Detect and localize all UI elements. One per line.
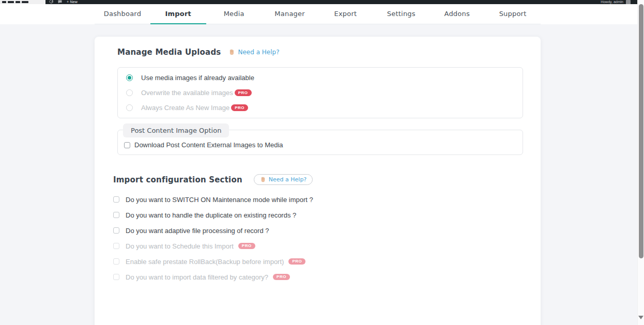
import-config-list: Do you want to SWITCH ON Maintenance mod… <box>113 192 523 285</box>
pro-badge: PRO <box>231 104 248 111</box>
radio-overwrite-the-available-images <box>126 89 133 96</box>
radio-option-use-media-images-if-already-available: Use media images if already available <box>126 70 523 85</box>
scrollbar-thumb[interactable] <box>639 4 643 258</box>
checkbox-label: Do you want to import data filtered by c… <box>126 273 268 281</box>
tab-export[interactable]: Export <box>318 4 374 24</box>
tab-manager[interactable]: Manager <box>262 4 318 24</box>
config-option-do-you-want-adaptive-file-processing-of-record: Do you want adaptive file processing of … <box>113 223 523 238</box>
config-option-do-you-want-to-handle-the-duplicate-on-existing-records: Do you want to handle the duplicate on e… <box>113 207 523 223</box>
avatar[interactable] <box>626 0 631 4</box>
radio-always-create-as-new-image <box>126 104 133 111</box>
pro-badge: PRO <box>273 274 290 281</box>
hand-icon <box>228 49 235 56</box>
tab-support[interactable]: Support <box>485 4 541 24</box>
updates-icon[interactable] <box>49 0 53 4</box>
media-section-header: Manage Media Uploads Need a Help? <box>117 48 523 57</box>
checkbox-do-you-want-adaptive-file-processing-of-record[interactable] <box>113 227 119 234</box>
radio-label: Use media images if already available <box>141 74 254 82</box>
tab-media[interactable]: Media <box>206 4 262 24</box>
admin-bar-new-button[interactable]: + New <box>67 0 78 4</box>
checkbox-do-you-want-to-switch-on-maintenance-mode-while-import[interactable] <box>113 196 119 203</box>
media-help-link[interactable]: Need a Help? <box>228 49 279 56</box>
config-option-do-you-want-to-import-data-filtered-by-category: Do you want to import data filtered by c… <box>113 269 523 285</box>
new-label: New <box>70 0 78 4</box>
scrollbar-down-arrow[interactable] <box>638 316 643 319</box>
radio-label: Always Create As New Image <box>141 104 229 112</box>
radio-option-overwrite-the-available-images: Overwrite the available imagesPRO <box>126 85 523 100</box>
tab-addons[interactable]: Addons <box>429 4 485 24</box>
checkbox-enable-safe-prestate-rollback-backup-before-import <box>113 258 119 265</box>
pro-badge: PRO <box>238 243 255 250</box>
tab-dashboard[interactable]: Dashboard <box>95 4 150 24</box>
comments-icon[interactable] <box>58 0 62 4</box>
import-section-header: Import configuration Section Need a Help… <box>113 174 523 185</box>
import-help-label: Need a Help? <box>269 176 306 183</box>
radio-option-always-create-as-new-image: Always Create As New ImagePRO <box>126 100 523 115</box>
checkbox-label: Do you want to handle the duplicate on e… <box>126 211 296 219</box>
download-external-images-checkbox[interactable] <box>124 142 130 148</box>
hand-icon <box>260 176 266 183</box>
pro-badge: PRO <box>288 258 305 265</box>
checkbox-label: Do you want to SWITCH ON Maintenance mod… <box>126 196 313 204</box>
radio-label: Overwrite the available images <box>141 89 233 97</box>
config-option-do-you-want-to-schedule-this-import: Do you want to Schedule this ImportPRO <box>113 238 523 254</box>
radio-use-media-images-if-already-available[interactable] <box>126 74 133 81</box>
checkbox-do-you-want-to-handle-the-duplicate-on-existing-records[interactable] <box>113 212 119 218</box>
media-help-label: Need a Help? <box>238 49 279 56</box>
site-name-cutoff-text <box>2 1 33 4</box>
wp-admin-bar: + New Howdy, admin <box>0 0 644 4</box>
import-section-title: Import configuration Section <box>113 175 242 184</box>
checkbox-label: Do you want to Schedule this Import <box>126 242 234 250</box>
media-section-title: Manage Media Uploads <box>117 48 221 57</box>
howdy-label[interactable]: Howdy, admin <box>601 0 623 4</box>
main-card: Manage Media Uploads Need a Help? Use me… <box>95 37 541 325</box>
import-help-button[interactable]: Need a Help? <box>254 174 313 185</box>
admin-bar-site-highlight[interactable] <box>0 0 45 4</box>
tab-import[interactable]: Import <box>150 4 206 24</box>
config-option-enable-safe-prestate-rollback-backup-before-import: Enable safe prestate RollBack(Backup bef… <box>113 254 523 269</box>
checkbox-label: Do you want adaptive file processing of … <box>126 227 269 235</box>
post-content-legend: Post Content Image Option <box>123 123 229 137</box>
media-options-box: Use media images if already availableOve… <box>117 67 523 118</box>
checkbox-do-you-want-to-import-data-filtered-by-category <box>113 274 119 280</box>
browser-scrollbar[interactable] <box>637 0 644 325</box>
checkbox-label: Enable safe prestate RollBack(Backup bef… <box>126 258 284 266</box>
config-option-do-you-want-to-switch-on-maintenance-mode-while-import: Do you want to SWITCH ON Maintenance mod… <box>113 192 523 207</box>
post-content-checkbox-row: Download Post Content External Images to… <box>124 141 523 149</box>
plus-icon: + <box>67 0 69 4</box>
download-external-images-label: Download Post Content External Images to… <box>134 141 283 149</box>
pro-badge: PRO <box>235 89 252 96</box>
checkbox-do-you-want-to-schedule-this-import <box>113 243 119 249</box>
plugin-nav-tabs: DashboardImportMediaManagerExportSetting… <box>95 4 541 24</box>
post-content-image-option-box: Post Content Image Option Download Post … <box>117 130 523 155</box>
tab-settings[interactable]: Settings <box>373 4 429 24</box>
